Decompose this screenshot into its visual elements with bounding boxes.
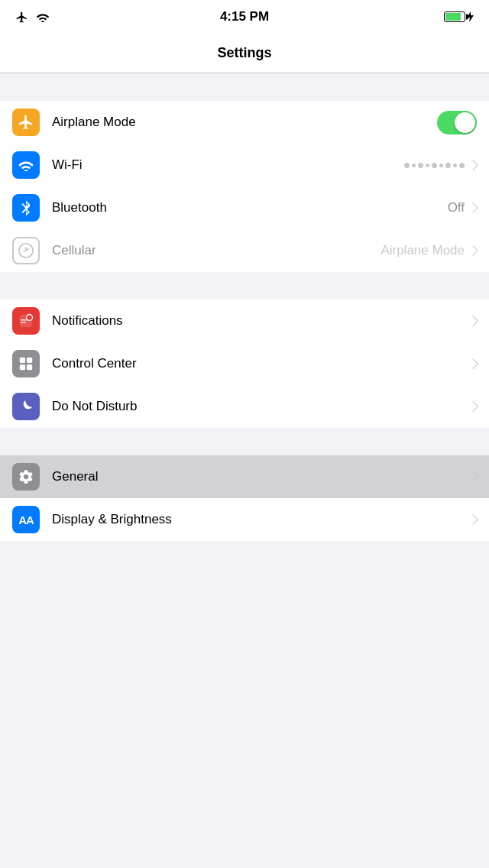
control-center-chevron <box>468 358 478 369</box>
system-group: Notifications Control Center Do Not Dist… <box>0 300 489 428</box>
bluetooth-icon-wrap <box>12 194 40 222</box>
svg-rect-9 <box>20 364 25 370</box>
cellular-value: Airplane Mode <box>381 243 465 258</box>
airplane-icon <box>18 114 34 131</box>
general-label: General <box>52 469 469 484</box>
section-spacer-1 <box>0 73 489 101</box>
status-time: 4:15 PM <box>220 9 269 24</box>
device-group: General AA Display & Brightness <box>0 455 489 541</box>
svg-point-4 <box>27 315 31 319</box>
bluetooth-value: Off <box>448 200 465 215</box>
do-not-disturb-label: Do Not Disturb <box>52 399 469 414</box>
section-spacer-2 <box>0 272 489 300</box>
svg-rect-7 <box>20 358 25 363</box>
svg-rect-10 <box>27 364 32 370</box>
display-brightness-label: Display & Brightness <box>52 512 469 527</box>
status-right-icons <box>444 11 474 22</box>
notifications-icon-wrap <box>12 307 40 335</box>
notifications-icon <box>18 313 34 329</box>
do-not-disturb-icon <box>18 398 34 415</box>
status-left-icons <box>15 11 50 24</box>
airplane-mode-icon-wrap <box>12 108 40 136</box>
battery-indicator <box>444 11 474 22</box>
notifications-chevron <box>468 316 478 326</box>
wifi-dot-9 <box>459 163 465 168</box>
battery-body <box>444 11 465 22</box>
wifi-chevron <box>468 160 478 170</box>
wifi-dot-4 <box>426 164 429 167</box>
control-center-label: Control Center <box>52 356 469 371</box>
display-brightness-chevron <box>468 514 478 525</box>
wifi-dot-3 <box>418 163 423 168</box>
settings-item-cellular[interactable]: Cellular Airplane Mode <box>0 229 489 272</box>
cellular-label: Cellular <box>52 243 381 258</box>
wifi-icon <box>18 159 34 171</box>
page-title: Settings <box>217 45 271 61</box>
svg-rect-6 <box>21 322 26 322</box>
do-not-disturb-chevron <box>468 401 478 412</box>
airplane-mode-toggle[interactable] <box>437 111 477 134</box>
airplane-mode-toggle-knob <box>455 112 475 133</box>
bluetooth-icon <box>19 199 33 216</box>
wifi-dot-7 <box>445 163 451 168</box>
control-center-icon-wrap <box>12 350 40 377</box>
settings-item-control-center[interactable]: Control Center <box>0 342 489 385</box>
wifi-dot-6 <box>439 164 443 167</box>
wifi-dot-2 <box>412 164 416 167</box>
settings-item-bluetooth[interactable]: Bluetooth Off <box>0 186 489 229</box>
cellular-icon <box>18 242 34 259</box>
nav-bar: Settings <box>0 34 489 73</box>
wifi-dot-5 <box>432 163 437 168</box>
bluetooth-chevron <box>468 202 478 213</box>
wifi-status-icon <box>36 11 50 22</box>
settings-item-airplane-mode[interactable]: Airplane Mode <box>0 101 489 144</box>
notifications-label: Notifications <box>52 313 469 329</box>
settings-item-do-not-disturb[interactable]: Do Not Disturb <box>0 385 489 428</box>
gear-icon <box>18 468 34 485</box>
wifi-dot-1 <box>404 163 410 168</box>
do-not-disturb-icon-wrap <box>12 393 40 420</box>
general-chevron <box>468 471 478 482</box>
general-icon-wrap <box>12 463 40 491</box>
control-center-icon <box>18 355 34 372</box>
cellular-icon-wrap <box>12 237 40 264</box>
wifi-label: Wi-Fi <box>52 157 404 173</box>
wifi-icon-wrap <box>12 151 40 179</box>
wifi-network-dots <box>404 163 465 168</box>
settings-item-general[interactable]: General <box>0 455 489 498</box>
battery-fill <box>445 13 461 21</box>
svg-rect-5 <box>21 319 28 320</box>
status-bar: 4:15 PM <box>0 0 489 34</box>
display-brightness-icon-wrap: AA <box>12 506 40 533</box>
aa-icon: AA <box>18 513 34 526</box>
svg-rect-8 <box>27 358 32 363</box>
connectivity-group: Airplane Mode Wi-Fi <box>0 101 489 272</box>
settings-item-wifi[interactable]: Wi-Fi <box>0 144 489 186</box>
wifi-dot-8 <box>453 164 457 167</box>
cellular-chevron <box>468 245 478 256</box>
settings-item-notifications[interactable]: Notifications <box>0 300 489 342</box>
airplane-mode-label: Airplane Mode <box>52 115 437 130</box>
bluetooth-label: Bluetooth <box>52 200 448 215</box>
airplane-status-icon <box>15 11 28 24</box>
section-spacer-3 <box>0 428 489 455</box>
settings-item-display-brightness[interactable]: AA Display & Brightness <box>0 498 489 541</box>
